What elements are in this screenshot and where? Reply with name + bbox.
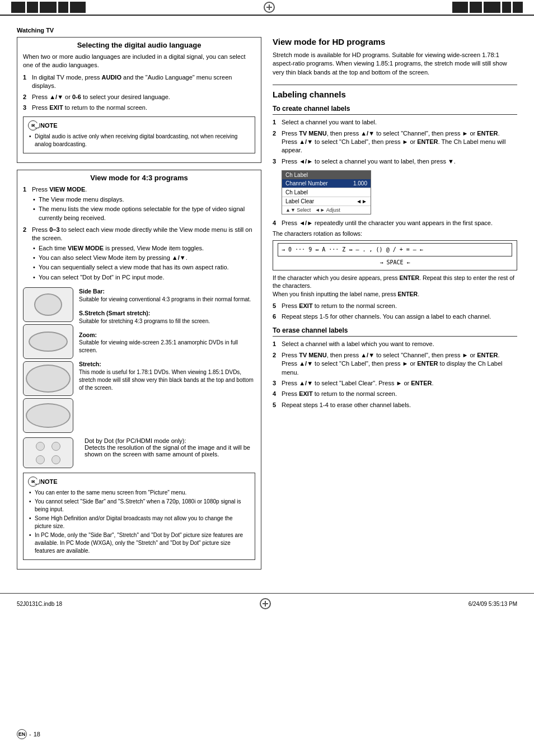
dotbydot-title: Dot by Dot (for PC/HDMI mode only): xyxy=(85,437,255,444)
create-step-3: 3 Press ◄/► to select a channel you want… xyxy=(273,157,517,166)
audio-note-bullets: Digital audio is active only when receiv… xyxy=(28,133,250,148)
ch-label-row-channel: Channel Number 1.000 xyxy=(282,179,371,188)
dotbydot-circle-row1 xyxy=(36,442,60,451)
labeling-channels-title: Labeling channels xyxy=(273,90,517,99)
hd-programs-title: View mode for HD programs xyxy=(273,37,517,46)
stretch-oval xyxy=(26,403,71,428)
header-bar xyxy=(0,0,534,16)
erase-step-3: 3 Press ▲/▼ to select "Label Clear". Pre… xyxy=(273,379,517,388)
page-num-dash: - xyxy=(29,731,31,738)
erase-step-1: 1 Select a channel with a label which yo… xyxy=(273,340,517,348)
sidebar-image xyxy=(23,287,73,322)
char-rotation-display: → 0 ··· 9 ↔ A ··· Z ↔ – . , () @ / + = –… xyxy=(278,243,512,256)
audio-note-bullet-1: Digital audio is active only when receiv… xyxy=(28,133,250,148)
sstretch-image xyxy=(23,324,73,359)
create-label-steps: 1 Select a channel you want to label. 2 … xyxy=(273,118,517,166)
ch-label-footer: ▲▼ Select ◄► Adjust xyxy=(282,206,371,214)
ch-label-row-label: Ch Label xyxy=(282,188,371,197)
audio-step-2: 2 Press ▲/▼ or 0-6 to select your desire… xyxy=(23,93,255,101)
header-block xyxy=(58,2,68,13)
sidebar-desc: Side Bar: Suitable for viewing conventio… xyxy=(79,287,255,304)
dotbydot-image xyxy=(23,437,73,468)
sstretch-text: Suitable for stretching 4:3 programs to … xyxy=(79,318,255,325)
sstretch-desc: S.Stretch (Smart stretch): Suitable for … xyxy=(79,309,255,325)
ch-label-box-title: Ch Label xyxy=(282,171,371,179)
section-audio-intro: When two or more audio languages are inc… xyxy=(23,53,255,70)
header-block xyxy=(470,2,482,13)
dotbydot-desc: Dot by Dot (for PC/HDMI mode only): Dete… xyxy=(85,437,255,468)
audio-note-box: ✉ NOTE Digital audio is active only when… xyxy=(23,116,255,153)
char-rotation-note: If the character which you desire appear… xyxy=(273,274,517,298)
hd-programs-text: Stretch mode is available for HD program… xyxy=(273,51,517,77)
view43-steps-list: 1 Press VIEW MODE. The View mode menu di… xyxy=(23,185,255,283)
header-blocks-right xyxy=(452,2,523,13)
create-step-1: 1 Select a channel you want to label. xyxy=(273,118,517,127)
page-number-area: EN - 18 xyxy=(17,729,40,739)
page-footer: 52J0131C.indb 18 6/24/09 5:35:13 PM xyxy=(0,593,534,614)
crosshair-icon xyxy=(264,2,275,13)
zoom-oval xyxy=(26,365,71,393)
view43-step1-bullets: The View mode menu displays. The menu li… xyxy=(32,195,255,222)
view43-step-2: 2 Press 0–3 to select each view mode dir… xyxy=(23,226,255,283)
dotbydot-circle-row2 xyxy=(36,455,60,464)
stretch-desc: Stretch: This mode is useful for 1.78:1 … xyxy=(79,360,255,392)
header-block xyxy=(484,2,500,13)
header-block xyxy=(70,2,86,13)
ch-label-box-container: Ch Label Channel Number 1.000 Ch Label L… xyxy=(282,170,517,214)
create-steps-continued: 4 Press ◄/► repeatedly until the charact… xyxy=(273,219,517,227)
section-view43-title: View mode for 4:3 programs xyxy=(23,174,255,182)
stretch-image xyxy=(23,398,73,433)
note-bullet-2: You cannot select "Side Bar" and "S.Stre… xyxy=(28,498,250,514)
ch-label-box: Ch Label Channel Number 1.000 Ch Label L… xyxy=(282,170,371,214)
zoom-text: Suitable for viewing wide-screen 2.35:1 … xyxy=(79,339,255,354)
view43-note-box: ✉ NOTE You can enter to the same menu sc… xyxy=(23,473,255,560)
create-steps-final: 5 Press EXIT to return to the normal scr… xyxy=(273,302,517,321)
char-rotation-label: The characters rotation as follows: xyxy=(273,230,517,237)
create-channel-labels-title: To create channel labels xyxy=(273,105,517,115)
ch-label-row-clear: Label Clear ◄► xyxy=(282,197,371,206)
header-blocks-left xyxy=(11,2,86,13)
right-column: View mode for HD programs Stretch mode i… xyxy=(273,37,517,576)
two-column-layout: Selecting the digital audio language Whe… xyxy=(17,37,517,576)
audio-steps-list: 1 In digital TV mode, press AUDIO and th… xyxy=(23,73,255,113)
header-block xyxy=(502,2,511,13)
zoom-desc: Zoom: Suitable for viewing wide-screen 2… xyxy=(79,331,255,355)
header-block xyxy=(11,2,25,13)
view-mode-images-col xyxy=(23,287,73,433)
view-modes-section: Side Bar: Suitable for viewing conventio… xyxy=(23,287,255,433)
dotbydot-circle xyxy=(36,442,45,451)
footer-crosshair-icon xyxy=(260,598,271,609)
header-center xyxy=(86,2,452,13)
section-view43: View mode for 4:3 programs 1 Press VIEW … xyxy=(17,170,261,570)
audio-step-1: 1 In digital TV mode, press AUDIO and th… xyxy=(23,73,255,91)
note-icon2: ✉ xyxy=(28,477,38,487)
sstretch-oval xyxy=(29,332,68,352)
dotbydot-text: Detects the resolution of the signal of … xyxy=(85,444,255,458)
footer-file-info: 52J0131C.indb 18 xyxy=(17,601,62,607)
page-content: Watching TV Selecting the digital audio … xyxy=(0,16,534,587)
header-block xyxy=(513,2,523,13)
zoom-title: Zoom: xyxy=(79,331,255,339)
note-bullet-3: Some High Definition and/or Digital broa… xyxy=(28,515,250,530)
sstretch-title: S.Stretch (Smart stretch): xyxy=(79,309,255,318)
audio-note-header: ✉ NOTE xyxy=(28,120,250,130)
left-column: Selecting the digital audio language Whe… xyxy=(17,37,261,576)
char-space-row: → SPACE ← xyxy=(278,258,512,268)
create-step-5: 5 Press EXIT to return to the normal scr… xyxy=(273,302,517,310)
erase-step-4: 4 Press EXIT to return to the normal scr… xyxy=(273,390,517,398)
section-audio-title: Selecting the digital audio language xyxy=(23,41,255,49)
sidebar-text: Suitable for viewing conventional 4:3 pr… xyxy=(79,296,255,304)
view43-note-header: ✉ NOTE xyxy=(28,477,250,487)
note-bullet-1: You can enter to the same menu screen fr… xyxy=(28,489,250,497)
create-step-2: 2 Press TV MENU, then press ▲/▼ to selec… xyxy=(273,129,517,155)
header-block xyxy=(452,2,468,13)
view43-step-1: 1 Press VIEW MODE. The View mode menu di… xyxy=(23,185,255,223)
watching-tv-label: Watching TV xyxy=(17,27,517,34)
dotbydot-section: Dot by Dot (for PC/HDMI mode only): Dete… xyxy=(23,437,255,468)
create-step-6: 6 Repeat steps 1-5 for other channels. Y… xyxy=(273,312,517,321)
section-labeling-channels: Labeling channels To create channel labe… xyxy=(273,90,517,409)
view43-step2-bullets: Each time VIEW MODE is pressed, View Mod… xyxy=(32,244,255,282)
char-rotation-box: → 0 ··· 9 ↔ A ··· Z ↔ – . , () @ / + = –… xyxy=(273,240,517,270)
en-circle: EN xyxy=(17,729,27,739)
section-hd-programs: View mode for HD programs Stretch mode i… xyxy=(273,37,517,77)
